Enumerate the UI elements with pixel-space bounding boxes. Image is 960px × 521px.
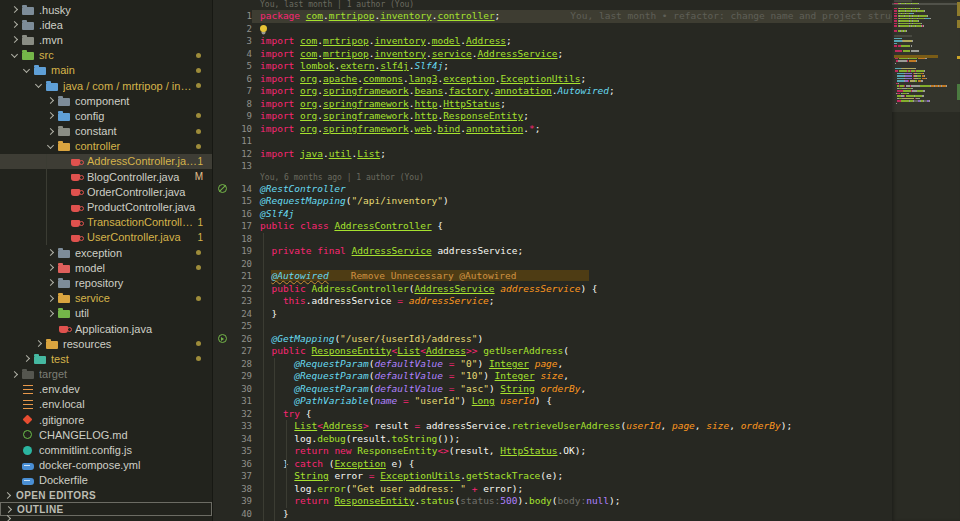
tree-item[interactable]: test (0, 351, 212, 366)
code-line[interactable]: 6import org.apache.commons.lang3.excepti… (214, 73, 960, 86)
tree-item[interactable]: docker-compose.yml (0, 458, 212, 473)
modified-dot-badge (196, 144, 201, 149)
code-line[interactable]: 35 return new ResponseEntity<>(result, H… (214, 445, 960, 458)
tree-item[interactable]: UserController.java1 (0, 230, 212, 245)
code-line[interactable]: 32 try { (214, 408, 960, 421)
code-line[interactable]: 14@RestController (214, 183, 960, 196)
open-editors-section[interactable]: OPEN EDITORS (0, 488, 212, 502)
code-line[interactable]: 27 public ResponseEntity<List<Address>> … (214, 345, 960, 358)
line-number: 26 (230, 333, 252, 346)
code-line[interactable]: 11 (214, 135, 960, 148)
tree-item[interactable]: service (0, 291, 212, 306)
outline-section[interactable]: OUTLINE (0, 502, 212, 516)
code-editor[interactable]: You, last month | 1 author (You)1package… (214, 0, 960, 521)
code-line[interactable]: 16@Slf4j (214, 208, 960, 221)
next-section-stub[interactable] (0, 516, 212, 521)
tree-item[interactable]: .husky (0, 2, 212, 17)
commitlint-icon (21, 444, 34, 457)
folder-icon (57, 140, 70, 153)
code-line[interactable]: 20 (214, 258, 960, 271)
blame-lens[interactable]: You, 6 months ago | 1 author (You) (214, 173, 960, 183)
quickfix-hint[interactable]: Remove Unnecessary @Autowired (351, 270, 517, 281)
line-number: 10 (230, 123, 252, 136)
tree-item[interactable]: TransactionController.java1 (0, 215, 212, 230)
code-line[interactable]: 7import org.springframework.beans.factor… (214, 85, 960, 98)
tree-item[interactable]: controller (0, 139, 212, 154)
tree-item[interactable]: component (0, 93, 212, 108)
tree-item[interactable]: BlogController.javaM (0, 169, 212, 184)
tree-item-label: .gitignore (39, 414, 212, 426)
code-line[interactable]: 15@RequestMapping("/api/inventory") (214, 195, 960, 208)
code-line[interactable]: 9import org.springframework.http.Respons… (214, 110, 960, 123)
code-line[interactable]: 28 @RequestParam(defaultValue = "0") Int… (214, 358, 960, 371)
minimap[interactable] (892, 0, 960, 521)
tree-item[interactable]: .gitignore (0, 412, 212, 427)
code-line[interactable]: 12import java.util.List; (214, 148, 960, 161)
tree-item[interactable]: constant (0, 124, 212, 139)
tree-item-label: Dockerfile (39, 474, 212, 486)
tree-item[interactable]: .env.dev (0, 382, 212, 397)
tree-item[interactable]: repository (0, 275, 212, 290)
tree-item-label: TransactionController.java (87, 216, 197, 228)
tree-item[interactable]: OrderController.java (0, 184, 212, 199)
code-line[interactable]: 31 @PathVariable(name = "userId") Long u… (214, 395, 960, 408)
tree-item[interactable]: java / com / mrtripop / inventory (0, 78, 212, 93)
code-line[interactable]: 30 @RequestParam(defaultValue = "asc") S… (214, 383, 960, 396)
lightbulb-icon[interactable] (260, 25, 267, 32)
code-area[interactable]: You, last month | 1 author (You)1package… (214, 0, 960, 521)
code-line[interactable]: 19 private final AddressService addressS… (214, 245, 960, 258)
blame-lens[interactable]: You, last month | 1 author (You) (214, 0, 960, 10)
code-line[interactable]: 26 @GetMapping("/user/{userId}/address") (214, 333, 960, 346)
code-line[interactable]: 29 @RequestParam(defaultValue = "10") In… (214, 370, 960, 383)
tree-item-label: AddressController.java (87, 155, 197, 167)
code-line[interactable]: 40 } (214, 508, 960, 521)
tree-item[interactable]: Application.java (0, 321, 212, 336)
tree-item[interactable]: main (0, 63, 212, 78)
code-line[interactable]: 36 } catch (Exception e) { (214, 458, 960, 471)
code-line[interactable]: 25 (214, 320, 960, 333)
code-line[interactable]: 24 } (214, 308, 960, 321)
code-line[interactable]: 1package com.mrtripop.inventory.controll… (214, 10, 960, 23)
code-line[interactable]: 34 log.debug(result.toString()); (214, 433, 960, 446)
no-entry-gutter-icon[interactable] (218, 184, 227, 193)
code-line[interactable]: 17public class AddressController { (214, 220, 960, 233)
tree-item[interactable]: exception (0, 245, 212, 260)
tree-item[interactable]: resources (0, 336, 212, 351)
code-line[interactable]: 13 (214, 160, 960, 173)
tree-item[interactable]: CHANGELOG.md (0, 427, 212, 442)
code-line[interactable]: 23 this.addressService = addressService; (214, 295, 960, 308)
code-line[interactable]: 22 public AddressController(AddressServi… (214, 283, 960, 296)
folder-icon (57, 125, 70, 138)
tree-item[interactable]: target (0, 367, 212, 382)
tree-item[interactable]: ProductController.java (0, 199, 212, 214)
folder-icon (57, 261, 70, 274)
tree-item-label: test (51, 353, 196, 365)
code-line[interactable]: 37 String error = ExceptionUtils.getStac… (214, 470, 960, 483)
chevron-right-icon (47, 97, 54, 104)
code-line[interactable]: 4import com.mrtripop.inventory.service.A… (214, 48, 960, 61)
tree-item[interactable]: Dockerfile (0, 473, 212, 488)
code-line[interactable]: 10import org.springframework.web.bind.an… (214, 123, 960, 136)
tree-item[interactable]: .mvn (0, 32, 212, 47)
tree-item[interactable]: AddressController.java1 (0, 154, 212, 169)
changelog-icon (21, 428, 34, 441)
code-line[interactable]: 39 return ResponseEntity.status(status:5… (214, 495, 960, 508)
tree-item[interactable]: src (0, 48, 212, 63)
tree-item[interactable]: commitlint.config.js (0, 442, 212, 457)
tree-item[interactable]: .env.local (0, 397, 212, 412)
tree-item[interactable]: .idea (0, 17, 212, 32)
tree-item[interactable]: model (0, 260, 212, 275)
code-line[interactable]: 5import lombok.extern.slf4j.Slf4j; (214, 60, 960, 73)
code-line[interactable]: 21 @AutowiredRemove Unnecessary @Autowir… (214, 270, 960, 283)
code-line[interactable]: 2 (214, 23, 960, 36)
tree-item[interactable]: util (0, 306, 212, 321)
tree-item[interactable]: config (0, 108, 212, 123)
run-endpoint-gutter-icon[interactable] (218, 334, 227, 343)
code-line[interactable]: 3import com.mrtripop.inventory.model.Add… (214, 35, 960, 48)
code-line[interactable]: 18 (214, 233, 960, 246)
code-line[interactable]: 33 List<Address> result = addressService… (214, 420, 960, 433)
folder-icon (57, 94, 70, 107)
java-file-icon (69, 185, 82, 198)
code-line[interactable]: 38 log.error("Get user address: " + erro… (214, 483, 960, 496)
code-line[interactable]: 8import org.springframework.http.HttpSta… (214, 98, 960, 111)
